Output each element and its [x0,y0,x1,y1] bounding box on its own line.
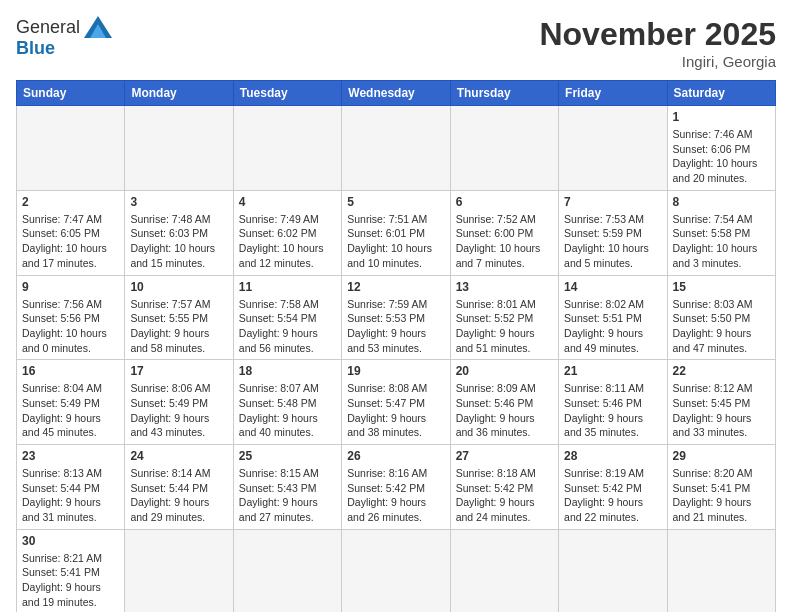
calendar-cell: 16Sunrise: 8:04 AMSunset: 5:49 PMDayligh… [17,360,125,445]
calendar-cell: 17Sunrise: 8:06 AMSunset: 5:49 PMDayligh… [125,360,233,445]
calendar-cell: 7Sunrise: 7:53 AMSunset: 5:59 PMDaylight… [559,190,667,275]
logo-blue-text: Blue [16,38,55,59]
day-number: 20 [456,364,553,378]
calendar-cell [559,529,667,612]
calendar-cell: 11Sunrise: 7:58 AMSunset: 5:54 PMDayligh… [233,275,341,360]
day-info: Sunrise: 7:58 AMSunset: 5:54 PMDaylight:… [239,297,336,356]
day-number: 23 [22,449,119,463]
day-header-monday: Monday [125,81,233,106]
calendar-cell [342,106,450,191]
day-number: 22 [673,364,770,378]
calendar-cell: 15Sunrise: 8:03 AMSunset: 5:50 PMDayligh… [667,275,775,360]
logo: General Blue [16,16,112,59]
calendar-cell: 14Sunrise: 8:02 AMSunset: 5:51 PMDayligh… [559,275,667,360]
day-info: Sunrise: 8:02 AMSunset: 5:51 PMDaylight:… [564,297,661,356]
day-number: 24 [130,449,227,463]
day-number: 5 [347,195,444,209]
day-number: 29 [673,449,770,463]
week-row-1: 1Sunrise: 7:46 AMSunset: 6:06 PMDaylight… [17,106,776,191]
day-number: 1 [673,110,770,124]
day-info: Sunrise: 8:21 AMSunset: 5:41 PMDaylight:… [22,551,119,610]
day-number: 26 [347,449,444,463]
calendar-cell [233,529,341,612]
calendar-cell: 19Sunrise: 8:08 AMSunset: 5:47 PMDayligh… [342,360,450,445]
calendar-cell: 21Sunrise: 8:11 AMSunset: 5:46 PMDayligh… [559,360,667,445]
calendar-cell: 2Sunrise: 7:47 AMSunset: 6:05 PMDaylight… [17,190,125,275]
calendar-cell [125,106,233,191]
day-number: 13 [456,280,553,294]
day-info: Sunrise: 8:03 AMSunset: 5:50 PMDaylight:… [673,297,770,356]
calendar-cell: 29Sunrise: 8:20 AMSunset: 5:41 PMDayligh… [667,445,775,530]
calendar-cell [450,529,558,612]
calendar-cell: 23Sunrise: 8:13 AMSunset: 5:44 PMDayligh… [17,445,125,530]
day-number: 15 [673,280,770,294]
day-number: 7 [564,195,661,209]
day-info: Sunrise: 8:14 AMSunset: 5:44 PMDaylight:… [130,466,227,525]
calendar-cell: 1Sunrise: 7:46 AMSunset: 6:06 PMDaylight… [667,106,775,191]
day-info: Sunrise: 8:06 AMSunset: 5:49 PMDaylight:… [130,381,227,440]
calendar-cell: 18Sunrise: 8:07 AMSunset: 5:48 PMDayligh… [233,360,341,445]
day-info: Sunrise: 8:16 AMSunset: 5:42 PMDaylight:… [347,466,444,525]
day-number: 27 [456,449,553,463]
day-info: Sunrise: 7:59 AMSunset: 5:53 PMDaylight:… [347,297,444,356]
day-info: Sunrise: 8:15 AMSunset: 5:43 PMDaylight:… [239,466,336,525]
calendar-cell: 10Sunrise: 7:57 AMSunset: 5:55 PMDayligh… [125,275,233,360]
day-number: 28 [564,449,661,463]
day-header-thursday: Thursday [450,81,558,106]
calendar-cell: 12Sunrise: 7:59 AMSunset: 5:53 PMDayligh… [342,275,450,360]
week-row-2: 2Sunrise: 7:47 AMSunset: 6:05 PMDaylight… [17,190,776,275]
day-number: 11 [239,280,336,294]
day-info: Sunrise: 8:01 AMSunset: 5:52 PMDaylight:… [456,297,553,356]
calendar-cell: 9Sunrise: 7:56 AMSunset: 5:56 PMDaylight… [17,275,125,360]
month-title: November 2025 [539,16,776,53]
day-header-sunday: Sunday [17,81,125,106]
calendar-table: SundayMondayTuesdayWednesdayThursdayFrid… [16,80,776,612]
day-number: 25 [239,449,336,463]
day-info: Sunrise: 7:46 AMSunset: 6:06 PMDaylight:… [673,127,770,186]
calendar-header-row: SundayMondayTuesdayWednesdayThursdayFrid… [17,81,776,106]
week-row-5: 23Sunrise: 8:13 AMSunset: 5:44 PMDayligh… [17,445,776,530]
calendar-cell [559,106,667,191]
day-header-friday: Friday [559,81,667,106]
calendar-cell: 26Sunrise: 8:16 AMSunset: 5:42 PMDayligh… [342,445,450,530]
calendar-cell: 28Sunrise: 8:19 AMSunset: 5:42 PMDayligh… [559,445,667,530]
calendar-cell: 22Sunrise: 8:12 AMSunset: 5:45 PMDayligh… [667,360,775,445]
calendar-cell [667,529,775,612]
day-info: Sunrise: 7:54 AMSunset: 5:58 PMDaylight:… [673,212,770,271]
day-number: 21 [564,364,661,378]
day-info: Sunrise: 8:08 AMSunset: 5:47 PMDaylight:… [347,381,444,440]
calendar-cell [450,106,558,191]
day-number: 3 [130,195,227,209]
logo-general-text: General [16,17,80,38]
day-info: Sunrise: 7:53 AMSunset: 5:59 PMDaylight:… [564,212,661,271]
calendar-cell: 5Sunrise: 7:51 AMSunset: 6:01 PMDaylight… [342,190,450,275]
calendar-cell [233,106,341,191]
day-info: Sunrise: 7:47 AMSunset: 6:05 PMDaylight:… [22,212,119,271]
day-number: 4 [239,195,336,209]
day-number: 17 [130,364,227,378]
day-number: 10 [130,280,227,294]
day-number: 6 [456,195,553,209]
day-number: 16 [22,364,119,378]
day-info: Sunrise: 8:07 AMSunset: 5:48 PMDaylight:… [239,381,336,440]
calendar-cell [125,529,233,612]
calendar-cell: 30Sunrise: 8:21 AMSunset: 5:41 PMDayligh… [17,529,125,612]
day-info: Sunrise: 8:20 AMSunset: 5:41 PMDaylight:… [673,466,770,525]
calendar-cell: 24Sunrise: 8:14 AMSunset: 5:44 PMDayligh… [125,445,233,530]
calendar-cell [17,106,125,191]
calendar-cell: 8Sunrise: 7:54 AMSunset: 5:58 PMDaylight… [667,190,775,275]
day-info: Sunrise: 8:11 AMSunset: 5:46 PMDaylight:… [564,381,661,440]
day-info: Sunrise: 8:09 AMSunset: 5:46 PMDaylight:… [456,381,553,440]
day-info: Sunrise: 8:04 AMSunset: 5:49 PMDaylight:… [22,381,119,440]
week-row-4: 16Sunrise: 8:04 AMSunset: 5:49 PMDayligh… [17,360,776,445]
week-row-6: 30Sunrise: 8:21 AMSunset: 5:41 PMDayligh… [17,529,776,612]
day-info: Sunrise: 7:57 AMSunset: 5:55 PMDaylight:… [130,297,227,356]
day-number: 9 [22,280,119,294]
day-number: 2 [22,195,119,209]
day-header-wednesday: Wednesday [342,81,450,106]
calendar-cell: 25Sunrise: 8:15 AMSunset: 5:43 PMDayligh… [233,445,341,530]
day-number: 12 [347,280,444,294]
day-info: Sunrise: 7:48 AMSunset: 6:03 PMDaylight:… [130,212,227,271]
day-number: 14 [564,280,661,294]
calendar-cell: 6Sunrise: 7:52 AMSunset: 6:00 PMDaylight… [450,190,558,275]
